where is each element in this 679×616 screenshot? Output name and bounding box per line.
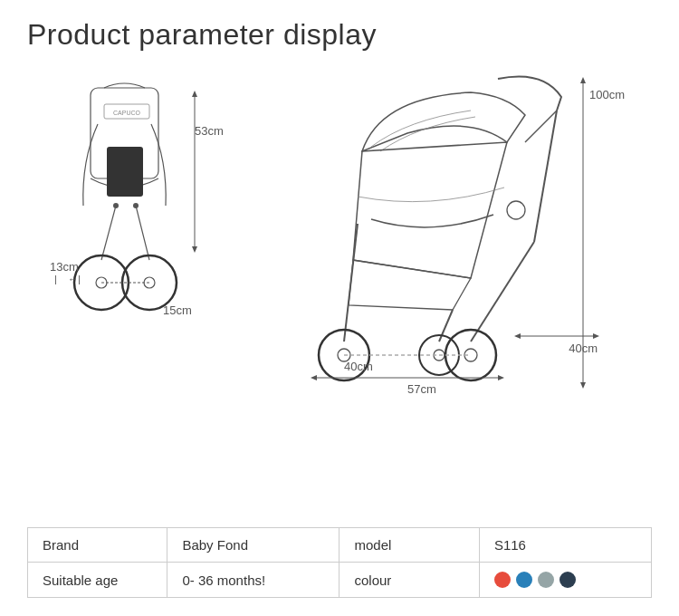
svg-text:CAPUCO: CAPUCO: [113, 110, 141, 116]
dim-seat-width: 40cm: [569, 342, 598, 355]
width-arrow: [308, 371, 507, 385]
info-table: Brand Baby Fond model S116 Suitable age …: [27, 527, 652, 598]
age-value: 0- 36 months!: [167, 563, 340, 598]
svg-line-6: [101, 206, 116, 260]
svg-line-17: [344, 224, 358, 342]
folded-stroller-diagram: CAPUCO: [54, 79, 208, 351]
model-label: model: [340, 528, 479, 563]
brand-label: Brand: [28, 528, 167, 563]
seat-width-arrow: [512, 330, 602, 343]
dim-folded-width: 13cm: [50, 260, 79, 274]
dim-open-height: 100cm: [589, 88, 625, 101]
diagram-area: CAPUCO: [27, 61, 652, 518]
age-label: Suitable age: [28, 563, 167, 598]
color-dot-red: [494, 572, 511, 588]
svg-point-26: [507, 201, 525, 219]
svg-line-16: [471, 242, 534, 342]
svg-rect-3: [107, 147, 143, 197]
color-dot-blue: [516, 572, 532, 588]
brand-value: Baby Fond: [167, 528, 340, 563]
color-dots-container: [494, 572, 636, 588]
height-arrow-svg: [188, 88, 202, 260]
open-stroller-svg: [290, 61, 598, 396]
open-stroller-diagram: 100cm 40cm 57cm 40cm: [290, 61, 616, 405]
table-row-1: Brand Baby Fond model S116: [28, 528, 652, 563]
colour-label: colour: [340, 563, 479, 598]
colour-dots-cell: [479, 563, 651, 598]
dim-wheel-width: 15cm: [163, 303, 192, 317]
color-dot-dark: [559, 572, 576, 588]
color-dot-gray: [538, 572, 554, 588]
table-row-2: Suitable age 0- 36 months! colour: [28, 563, 652, 598]
svg-line-7: [136, 206, 149, 260]
folded-stroller-svg: CAPUCO: [54, 79, 199, 342]
page-title: Product parameter display: [27, 18, 652, 52]
page-container: Product parameter display CAPUCO: [0, 0, 679, 616]
model-value: S116: [479, 528, 651, 563]
